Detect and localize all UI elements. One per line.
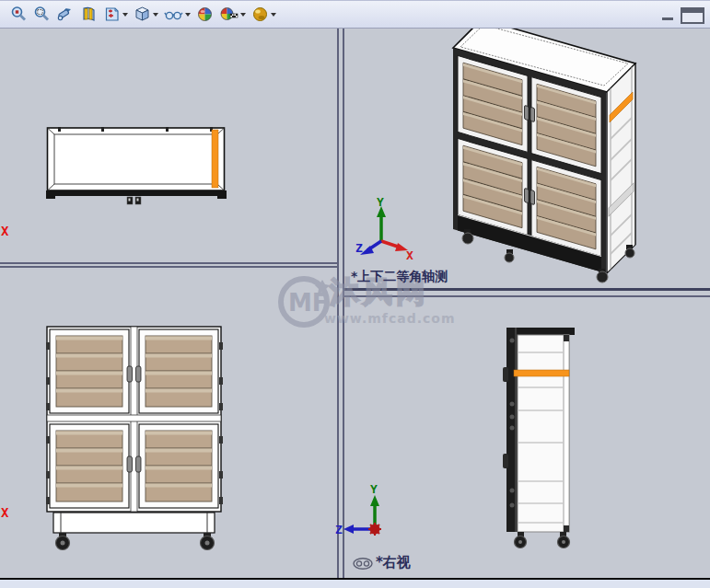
- apply-scene-button[interactable]: [216, 3, 249, 27]
- axis-z-label: Z: [335, 523, 343, 536]
- cabinet-top-outline[interactable]: [48, 127, 225, 190]
- cabinet-base[interactable]: [53, 513, 215, 533]
- zoom-to-fit-button[interactable]: [7, 3, 30, 27]
- axis-z-label: Z: [355, 241, 363, 255]
- front-view-drawing[interactable]: [46, 326, 223, 552]
- door-panel: [50, 329, 129, 413]
- door-panel: [139, 329, 218, 413]
- cube-icon: [134, 6, 151, 23]
- door-panel: [139, 424, 218, 508]
- chevron-down-icon[interactable]: [240, 13, 246, 17]
- checker-flag: [230, 14, 238, 17]
- magnifier-area-icon: [33, 6, 51, 23]
- hide-show-items-button[interactable]: [161, 3, 193, 27]
- orange-accent-bar[interactable]: [514, 370, 569, 376]
- view-label-axonometric: *上下二等角轴测: [351, 269, 448, 285]
- view-settings-button[interactable]: [249, 3, 279, 27]
- edit-appearance-button[interactable]: [193, 3, 216, 27]
- coordinate-triad-right-view: Y Z: [335, 482, 390, 541]
- minimize-icon[interactable]: [662, 17, 673, 20]
- view-orientation-button[interactable]: [100, 3, 131, 27]
- horizontal-splitter-left[interactable]: [0, 262, 337, 268]
- window-controls: [662, 1, 710, 29]
- chevron-down-icon[interactable]: [122, 13, 128, 17]
- cabinet-front-edge[interactable]: [46, 190, 227, 204]
- side-panel: [518, 335, 569, 532]
- top-view-drawing[interactable]: [46, 126, 227, 211]
- axonometric-view-drawing[interactable]: [440, 29, 645, 287]
- section-book-icon: [80, 6, 98, 23]
- cabinet-right-face[interactable]: [607, 63, 635, 273]
- axis-x-label: X: [406, 248, 413, 259]
- solidworks-window: Y X Z Y Z X X: [0, 0, 710, 588]
- eyeglasses-icon: [164, 6, 183, 23]
- magnifier-fit-icon: [10, 6, 28, 23]
- restore-icon[interactable]: [681, 7, 704, 24]
- color-sphere-icon: [196, 6, 214, 23]
- logo-text: MF: [288, 289, 329, 317]
- checker-sphere-icon: [219, 6, 239, 23]
- right-view-drawing[interactable]: [503, 325, 580, 553]
- axis-y-label: Y: [370, 482, 378, 496]
- caster-wheels[interactable]: [515, 532, 570, 548]
- door-panel: [50, 424, 129, 508]
- coordinate-triad-axonometric: Y X Z: [355, 195, 414, 259]
- link-views-icon[interactable]: [353, 558, 373, 570]
- horizontal-splitter-right[interactable]: [344, 288, 710, 297]
- gold-sphere-icon: [251, 6, 269, 23]
- mfcad-logo-icon: MF: [276, 274, 335, 328]
- axis-x-label: X: [1, 224, 8, 238]
- chevron-down-icon[interactable]: [153, 13, 158, 17]
- display-style-button[interactable]: [131, 3, 161, 27]
- graphics-area[interactable]: Y X Z Y Z X X: [0, 29, 710, 578]
- zoom-to-area-button[interactable]: [30, 3, 53, 27]
- section-view-button[interactable]: [77, 3, 100, 27]
- chevron-down-icon[interactable]: [271, 13, 276, 17]
- view-label-right: *右视: [376, 554, 411, 571]
- page-views-icon: [103, 6, 121, 23]
- chevron-down-icon[interactable]: [185, 13, 191, 17]
- axis-x-label: X: [1, 505, 8, 520]
- window-bottom-edge: [0, 578, 710, 588]
- orange-accent-bar[interactable]: [212, 130, 218, 188]
- wand-arrow-icon: [56, 6, 75, 23]
- axis-y-label: Y: [377, 195, 384, 209]
- previous-view-button[interactable]: [53, 3, 77, 27]
- view-toolbar: [0, 0, 710, 29]
- caster-wheels[interactable]: [56, 533, 215, 550]
